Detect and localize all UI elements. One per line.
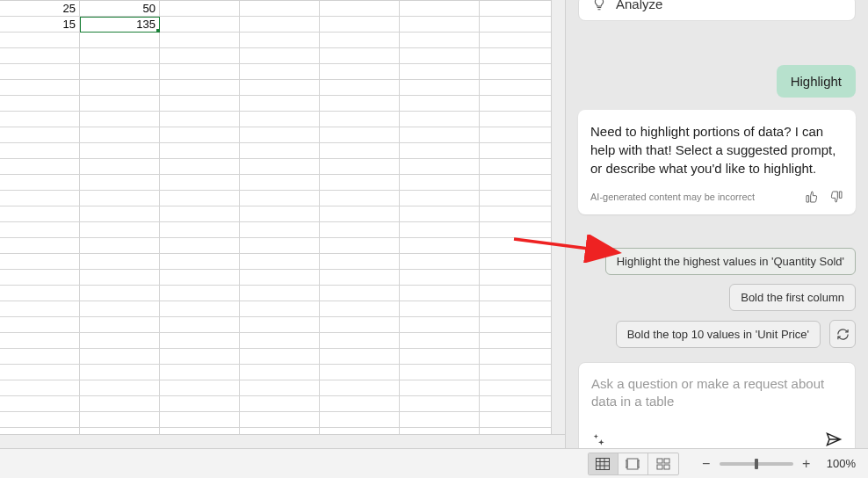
normal-view-button[interactable] — [589, 453, 618, 474]
cell[interactable] — [400, 317, 480, 333]
cell[interactable] — [320, 349, 400, 365]
cell[interactable] — [160, 222, 240, 238]
cell[interactable] — [480, 1, 560, 17]
thumbs-up-icon[interactable] — [805, 190, 819, 204]
cell[interactable] — [240, 270, 320, 286]
cell[interactable] — [320, 286, 400, 301]
cell[interactable] — [0, 112, 80, 127]
cell[interactable] — [400, 112, 480, 127]
cell[interactable] — [400, 48, 480, 64]
cell[interactable] — [320, 396, 400, 412]
send-icon[interactable] — [825, 431, 843, 448]
cell[interactable] — [160, 64, 240, 80]
cell[interactable] — [480, 127, 560, 143]
cell[interactable] — [160, 48, 240, 64]
cell[interactable] — [480, 112, 560, 127]
zoom-slider[interactable] — [720, 462, 793, 466]
cell[interactable] — [480, 238, 560, 254]
cell[interactable] — [400, 301, 480, 317]
cell[interactable] — [160, 317, 240, 333]
cell[interactable] — [240, 254, 320, 270]
cell[interactable] — [400, 1, 480, 17]
cell[interactable] — [0, 412, 80, 428]
cell[interactable] — [320, 33, 400, 48]
cell[interactable] — [0, 238, 80, 254]
cell[interactable] — [480, 349, 560, 365]
cell[interactable] — [240, 191, 320, 206]
cell[interactable] — [480, 159, 560, 175]
cell[interactable] — [320, 48, 400, 64]
cell[interactable] — [160, 191, 240, 206]
cell[interactable] — [400, 349, 480, 365]
cell[interactable] — [480, 270, 560, 286]
cell[interactable] — [80, 317, 160, 333]
cell[interactable] — [400, 33, 480, 48]
cell[interactable] — [0, 127, 80, 143]
cell[interactable] — [80, 254, 160, 270]
cell[interactable] — [80, 48, 160, 64]
cell[interactable] — [160, 333, 240, 349]
cell[interactable] — [160, 286, 240, 301]
cell[interactable] — [320, 175, 400, 191]
cell[interactable] — [80, 238, 160, 254]
cell[interactable] — [160, 96, 240, 112]
cell[interactable] — [0, 191, 80, 206]
cell[interactable] — [80, 175, 160, 191]
cell[interactable] — [0, 365, 80, 380]
cell[interactable] — [400, 80, 480, 96]
cell[interactable] — [320, 80, 400, 96]
cell[interactable] — [400, 238, 480, 254]
cell[interactable] — [240, 80, 320, 96]
cell[interactable] — [320, 159, 400, 175]
cell[interactable] — [0, 349, 80, 365]
cell[interactable] — [240, 333, 320, 349]
cell[interactable] — [480, 48, 560, 64]
cell[interactable] — [0, 33, 80, 48]
cell[interactable] — [240, 412, 320, 428]
cell[interactable] — [400, 143, 480, 159]
cell[interactable] — [320, 317, 400, 333]
cell[interactable] — [400, 191, 480, 206]
cell[interactable] — [240, 17, 320, 33]
cell[interactable] — [320, 17, 400, 33]
cell[interactable] — [480, 396, 560, 412]
cell[interactable] — [0, 317, 80, 333]
refresh-suggestions-button[interactable] — [829, 320, 856, 348]
cell[interactable] — [240, 64, 320, 80]
cell[interactable] — [80, 412, 160, 428]
zoom-in-button[interactable]: + — [799, 456, 814, 472]
cell[interactable] — [80, 96, 160, 112]
cell[interactable] — [240, 159, 320, 175]
cell[interactable] — [240, 317, 320, 333]
cell[interactable] — [320, 254, 400, 270]
cell[interactable] — [240, 175, 320, 191]
cell[interactable] — [320, 64, 400, 80]
cell[interactable] — [480, 33, 560, 48]
sparkle-icon[interactable] — [591, 432, 605, 446]
cell[interactable] — [0, 270, 80, 286]
cell[interactable] — [80, 301, 160, 317]
cell[interactable] — [80, 80, 160, 96]
cell[interactable] — [0, 80, 80, 96]
cell[interactable] — [480, 222, 560, 238]
analyze-card[interactable]: Analyze — [578, 0, 856, 21]
prompt-input-area[interactable]: Ask a question or make a request about d… — [578, 362, 856, 461]
cell[interactable] — [160, 365, 240, 380]
cell[interactable] — [160, 270, 240, 286]
cell[interactable] — [480, 301, 560, 317]
cell[interactable] — [160, 301, 240, 317]
cell[interactable] — [240, 396, 320, 412]
cell[interactable] — [160, 159, 240, 175]
cell[interactable]: 50 — [80, 1, 160, 17]
cell[interactable] — [320, 222, 400, 238]
zoom-level[interactable]: 100% — [827, 457, 856, 470]
cell[interactable] — [480, 412, 560, 428]
cell[interactable] — [400, 159, 480, 175]
cell[interactable] — [160, 412, 240, 428]
cell[interactable] — [480, 333, 560, 349]
cell[interactable]: 135 — [80, 17, 160, 33]
cell[interactable] — [480, 175, 560, 191]
cell[interactable] — [480, 286, 560, 301]
cell[interactable] — [80, 143, 160, 159]
cell[interactable] — [80, 286, 160, 301]
